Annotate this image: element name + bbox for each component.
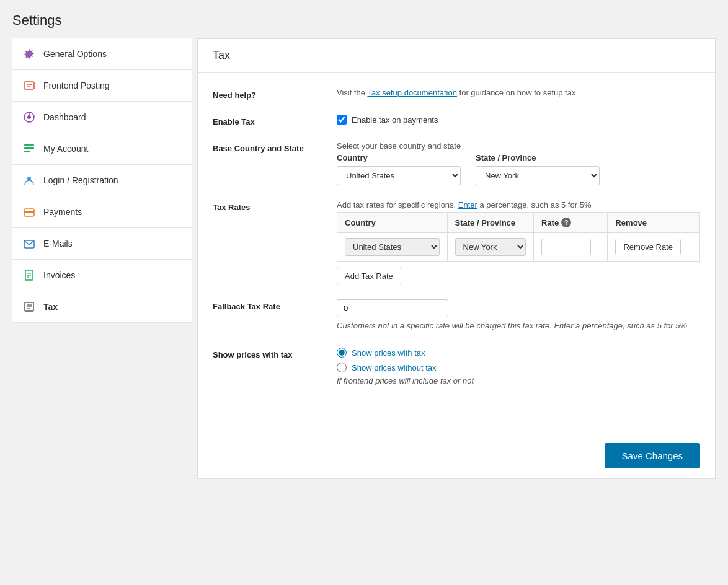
frontend-icon [22,79,36,92]
base-state-group: State / Province New York California Tex… [476,153,600,185]
show-prices-label: Show prices with tax [213,348,337,359]
enable-tax-label: Enable Tax [213,115,337,126]
row-rate-cell [533,233,607,262]
fallback-tax-rate-row: Fallback Tax Rate Customers not in a spe… [213,299,700,333]
sidebar-item-frontend-posting[interactable]: Frontend Posting [12,70,192,102]
base-state-select[interactable]: New York California Texas Florida Illino… [476,166,600,185]
row-rate-input[interactable] [541,239,591,255]
radio-with-tax-label[interactable]: Show prices with tax [352,348,425,358]
radio-without-tax-label[interactable]: Show prices without tax [352,363,437,372]
radio-without-tax-row: Show prices without tax [337,363,700,372]
row-remove-cell: Remove Rate [608,233,700,262]
sidebar-item-general-options[interactable]: General Options [12,38,192,70]
need-help-text-after: for guidance on how to setup tax. [457,88,578,97]
svg-rect-0 [24,82,34,89]
sidebar: General Options Frontend Posting [12,38,192,479]
need-help-text-before: Visit the [337,88,367,97]
save-row: Save Changes [198,433,715,478]
add-tax-rate-button[interactable]: Add Tax Rate [337,268,401,284]
radio-without-tax[interactable] [337,363,347,372]
tax-rates-desc-link[interactable]: Enter [458,200,477,209]
base-state-label: State / Province [476,153,600,162]
sidebar-item-payments[interactable]: Payments [12,196,192,228]
enable-tax-row: Enable Tax Enable tax on payments [213,115,700,126]
fallback-tax-rate-input[interactable] [337,299,448,317]
sidebar-item-label-my-account: My Account [43,144,88,154]
base-country-select[interactable]: United States Canada United Kingdom Aust… [337,166,461,185]
svg-rect-7 [24,147,34,149]
svg-rect-6 [24,144,34,146]
col-state: State / Province [447,213,533,233]
tax-rates-desc-after: a percentage, such as 5 for 5% [477,200,592,209]
enable-tax-checkbox-label[interactable]: Enable tax on payments [352,115,438,125]
fallback-tax-rate-field: Customers not in a specific rate will be… [337,299,700,333]
row-state-cell: New York California Texas Florida Illino… [447,233,533,262]
rate-help-icon[interactable]: ? [561,218,571,227]
account-icon [22,142,36,156]
row-state-select[interactable]: New York California Texas Florida Illino… [455,238,526,256]
enable-tax-field: Enable tax on payments [337,115,700,125]
radio-with-tax[interactable] [337,348,347,358]
remove-rate-button[interactable]: Remove Rate [615,239,680,255]
section-header: Tax [198,39,715,73]
tax-icon [22,300,36,314]
row-country-select[interactable]: United States Canada United Kingdom Aust… [345,238,440,256]
tax-rates-description: Add tax rates for specific regions. Ente… [337,200,700,209]
base-country-state-field: Select your base country and state Count… [337,141,700,185]
save-changes-button[interactable]: Save Changes [605,443,700,468]
svg-rect-8 [24,151,30,152]
form-body: Need help? Visit the Tax setup documenta… [198,73,715,433]
payments-icon [22,205,36,219]
sidebar-item-label-dashboard: Dashboard [43,112,86,122]
emails-icon [22,237,36,250]
show-prices-row: Show prices with tax Show prices with ta… [213,348,700,388]
need-help-row: Need help? Visit the Tax setup documenta… [213,88,700,100]
sidebar-item-e-mails[interactable]: E-Mails [12,228,192,260]
svg-point-9 [27,177,31,180]
sidebar-item-login-registration[interactable]: Login / Registration [12,165,192,196]
page-title: Settings [12,12,716,29]
show-prices-radio-group: Show prices with tax Show prices without… [337,348,700,372]
base-country-state-row: Base Country and State Select your base … [213,141,700,185]
dashboard-icon [22,110,36,124]
table-row: United States Canada United Kingdom Aust… [337,233,700,262]
sidebar-item-tax[interactable]: Tax [12,291,192,323]
sidebar-item-label-general-options: General Options [43,49,107,59]
show-prices-help: If frontend prices will include tax or n… [337,376,700,385]
base-country-group: Country United States Canada United King… [337,153,461,185]
sidebar-item-dashboard[interactable]: Dashboard [12,102,192,133]
tax-rates-field: Add tax rates for specific regions. Ente… [337,200,700,284]
need-help-label: Need help? [213,88,337,100]
base-country-label: Country [337,153,461,162]
rate-label: Rate [541,218,559,227]
sidebar-item-label-invoices: Invoices [43,270,75,280]
tax-doc-link[interactable]: Tax setup documentation [367,88,457,97]
login-icon [22,174,36,187]
radio-with-tax-row: Show prices with tax [337,348,700,358]
base-country-state-description: Select your base country and state [337,141,700,151]
svg-point-4 [27,115,31,119]
section-divider [213,403,700,403]
gear-icon [22,47,36,61]
enable-tax-checkbox[interactable] [337,115,347,125]
fallback-tax-rate-label: Fallback Tax Rate [213,299,337,311]
base-country-state-label: Base Country and State [213,141,337,153]
sidebar-item-invoices[interactable]: Invoices [12,260,192,291]
sidebar-item-label-login-registration: Login / Registration [43,175,118,185]
sidebar-item-label-tax: Tax [43,302,58,312]
main-content: Tax Need help? Visit the Tax setup docum… [197,38,716,479]
enable-tax-checkbox-row: Enable tax on payments [337,115,700,125]
tax-rates-label: Tax Rates [213,200,337,212]
show-prices-field: Show prices with tax Show prices without… [337,348,700,388]
col-rate: Rate ? [533,213,607,233]
col-country: Country [337,213,448,233]
tax-rates-table: Country State / Province Rate ? Remove [337,212,700,262]
need-help-field: Visit the Tax setup documentation for gu… [337,88,700,100]
col-remove: Remove [608,213,700,233]
tax-rates-row: Tax Rates Add tax rates for specific reg… [213,200,700,284]
row-country-cell: United States Canada United Kingdom Aust… [337,233,448,262]
invoices-icon [22,268,36,282]
fallback-tax-rate-help: Customers not in a specific rate will be… [337,321,700,330]
svg-rect-11 [24,211,34,213]
sidebar-item-my-account[interactable]: My Account [12,133,192,165]
